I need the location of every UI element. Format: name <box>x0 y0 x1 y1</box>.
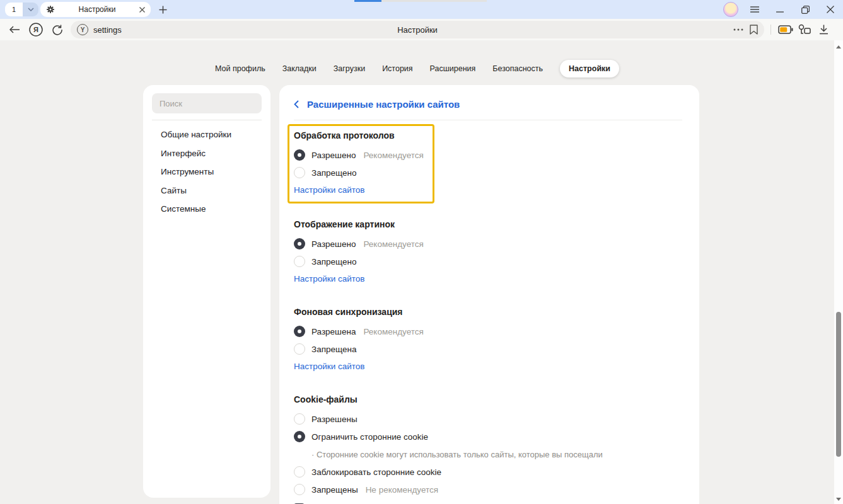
bookmark-icon[interactable] <box>750 25 758 35</box>
tab-title: Настройки <box>60 5 134 14</box>
settings-content: Расширенные настройки сайтов Обработка п… <box>279 85 699 504</box>
address-bar[interactable]: Y settings Настройки <box>71 21 764 38</box>
battery-icon <box>778 25 793 34</box>
gear-icon <box>46 5 55 14</box>
radio-option[interactable]: Запрещена <box>294 340 682 358</box>
radio-unselected-icon[interactable] <box>294 256 305 267</box>
load-progress-bar <box>354 0 487 2</box>
radio-option[interactable]: Запрещено <box>294 164 424 181</box>
section-cookies: Cookie-файлы Разрешены Ограничить сторон… <box>294 394 682 504</box>
radio-option[interactable]: Разрешено Рекомендуется <box>294 146 424 164</box>
search-input[interactable] <box>152 93 262 113</box>
sidebar-item-general[interactable]: Общие настройки <box>152 125 262 144</box>
nav-tab-extensions[interactable]: Расширения <box>430 64 476 73</box>
nav-tab-settings[interactable]: Настройки <box>560 60 619 77</box>
url-text: settings <box>93 25 122 35</box>
reload-button[interactable] <box>47 20 68 39</box>
window-controls <box>723 0 839 19</box>
section-title: Cookie-файлы <box>294 394 682 406</box>
content-header[interactable]: Расширенные настройки сайтов <box>294 96 682 112</box>
radio-option[interactable]: Запрещено <box>294 253 682 270</box>
radio-note: Не рекомендуется <box>366 485 438 495</box>
settings-page: Мой профиль Закладки Загрузки История Ра… <box>0 40 843 504</box>
radio-selected-icon[interactable] <box>294 149 305 161</box>
tab-bar: 1 Настройки <box>0 0 843 19</box>
radio-label: Запрещена <box>311 345 356 354</box>
radio-option[interactable]: Разрешены <box>294 410 682 428</box>
site-settings-link[interactable]: Настройки сайтов <box>294 184 364 196</box>
settings-nav-tabs: Мой профиль Закладки Загрузки История Ра… <box>0 60 834 77</box>
browser-tab-settings[interactable]: Настройки <box>40 2 151 17</box>
toolbar-divider <box>770 25 771 35</box>
radio-option[interactable]: Запрещены Не рекомендуется <box>294 481 682 498</box>
browser-menu-button[interactable] <box>746 1 764 18</box>
profile-avatar[interactable] <box>723 2 738 17</box>
site-settings-link[interactable]: Настройки сайтов <box>294 360 364 372</box>
nav-tab-security[interactable]: Безопасность <box>492 64 543 73</box>
menu-icon <box>750 6 759 13</box>
tab-count-button[interactable]: 1 <box>5 3 23 16</box>
page-scrollbar[interactable] <box>834 40 843 504</box>
radio-option[interactable]: Разрешено Рекомендуется <box>294 235 682 253</box>
back-icon <box>9 26 20 33</box>
tab-list-button[interactable] <box>23 3 38 16</box>
battery-saver-button[interactable] <box>776 20 795 39</box>
yandex-home-button[interactable]: Я <box>25 20 47 39</box>
minimize-icon <box>776 6 784 13</box>
sidebar-item-tools[interactable]: Инструменты <box>152 163 262 181</box>
maximize-button[interactable] <box>796 1 814 18</box>
extensions-button[interactable] <box>795 20 814 39</box>
nav-tab-my-profile[interactable]: Мой профиль <box>215 64 265 73</box>
radio-selected-icon[interactable] <box>294 326 305 337</box>
download-icon <box>819 25 828 35</box>
section-title: Отображение картинок <box>294 219 682 231</box>
radio-option[interactable]: Заблокировать сторонние cookie <box>294 463 682 481</box>
minimize-button[interactable] <box>771 1 789 18</box>
sidebar-item-sites[interactable]: Сайты <box>152 181 262 200</box>
radio-unselected-icon[interactable] <box>294 343 305 355</box>
radio-label: Ограничить сторонние cookie <box>311 432 428 442</box>
radio-unselected-icon[interactable] <box>294 413 305 425</box>
scroll-up-icon[interactable] <box>836 45 841 49</box>
more-icon[interactable] <box>733 28 743 31</box>
nav-tab-downloads[interactable]: Загрузки <box>334 64 365 73</box>
maximize-icon <box>801 6 810 14</box>
sidebar-item-system[interactable]: Системные <box>152 200 262 219</box>
radio-unselected-icon[interactable] <box>294 484 305 495</box>
back-chevron-icon <box>294 100 299 108</box>
radio-selected-icon[interactable] <box>294 431 305 442</box>
extensions-icon <box>798 24 811 35</box>
radio-note: Рекомендуется <box>363 151 423 160</box>
load-progress-fill <box>354 0 381 2</box>
site-icon: Y <box>77 24 88 35</box>
section-title: Обработка протоколов <box>294 130 424 142</box>
checkbox-option[interactable]: Очищать файлы cookie при закрытии браузе… <box>294 500 682 504</box>
new-tab-plus-icon <box>159 6 167 14</box>
scrollbar-thumb[interactable] <box>836 312 841 457</box>
reload-icon <box>52 24 63 35</box>
radio-option[interactable]: Разрешена Рекомендуется <box>294 323 682 340</box>
section-title: Фоновая синхронизация <box>294 306 682 318</box>
section-image-display: Отображение картинок Разрешено Рекоменду… <box>294 219 682 285</box>
radio-note: Рекомендуется <box>363 327 423 336</box>
sidebar-item-interface[interactable]: Интерфейс <box>152 144 262 163</box>
tab-close-icon[interactable] <box>139 7 145 13</box>
radio-selected-icon[interactable] <box>294 238 305 249</box>
new-tab-button[interactable] <box>155 2 170 17</box>
sidebar-divider <box>152 120 262 120</box>
tab-group-control: 1 <box>5 3 38 16</box>
radio-label: Заблокировать сторонние cookie <box>311 467 441 477</box>
radio-option[interactable]: Ограничить сторонние cookie <box>294 428 682 445</box>
nav-tab-bookmarks[interactable]: Закладки <box>282 64 317 73</box>
section-background-sync: Фоновая синхронизация Разрешена Рекоменд… <box>294 306 682 372</box>
scroll-down-icon[interactable] <box>836 498 841 501</box>
site-settings-link[interactable]: Настройки сайтов <box>294 273 364 285</box>
content-title: Расширенные настройки сайтов <box>307 99 460 110</box>
downloads-button[interactable] <box>814 20 833 39</box>
nav-tab-history[interactable]: История <box>382 64 412 73</box>
radio-unselected-icon[interactable] <box>294 466 305 478</box>
back-button[interactable] <box>4 20 25 39</box>
window-close-button[interactable] <box>822 1 839 18</box>
radio-unselected-icon[interactable] <box>294 167 305 178</box>
yandex-logo-icon: Я <box>29 23 43 37</box>
